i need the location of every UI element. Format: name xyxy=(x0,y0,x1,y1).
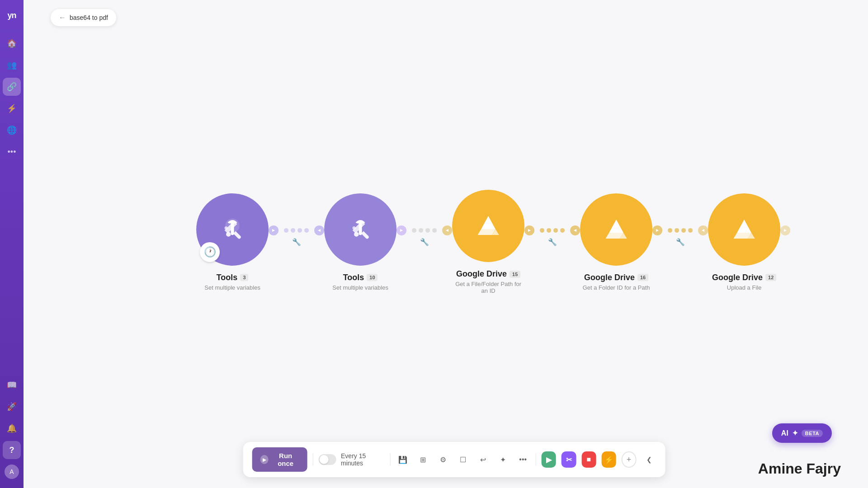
dot xyxy=(540,228,544,232)
node-title-text-3: Google Drive xyxy=(456,269,507,279)
connector-arrow-left-2: ◀ xyxy=(442,225,452,235)
collapse-button[interactable]: ❮ xyxy=(642,451,656,468)
watermark-text: Amine Fajry xyxy=(758,460,841,477)
more-button[interactable]: ••• xyxy=(516,451,530,468)
svg-point-2 xyxy=(225,226,228,229)
stop-icon: ■ xyxy=(586,455,591,464)
green-action-button[interactable]: ▶ xyxy=(542,451,556,468)
watermark: Amine Fajry xyxy=(758,460,841,477)
sidebar-item-docs[interactable]: 📖 xyxy=(3,376,21,394)
connector-arrow-right-1: ▶ xyxy=(269,225,278,235)
sidebar-item-more[interactable]: ••• xyxy=(3,143,21,161)
sidebar-item-global[interactable]: 🌐 xyxy=(3,121,21,139)
dot xyxy=(304,228,309,232)
schedule-toggle[interactable] xyxy=(319,454,336,465)
sidebar-item-deploy[interactable]: 🚀 xyxy=(3,398,21,416)
add-button[interactable]: + xyxy=(622,451,637,468)
node-badge-1: 3 xyxy=(240,274,248,281)
more-icon: ••• xyxy=(519,455,527,464)
dot xyxy=(412,228,416,232)
connector-2: ▶ ◀ 🔧 xyxy=(396,225,452,235)
node-badge-5: 12 xyxy=(765,274,776,281)
run-once-button[interactable]: ▶ Run once xyxy=(252,447,307,472)
node-title-gdrive-3: Google Drive 12 xyxy=(712,272,776,282)
breadcrumb-title: base64 to pdf xyxy=(70,14,108,21)
node-badge-4: 16 xyxy=(637,274,648,281)
red-action-button[interactable]: ■ xyxy=(581,451,596,468)
undo-button[interactable]: ↩ xyxy=(476,451,490,468)
sidebar-item-help[interactable]: ? xyxy=(3,441,21,459)
node-title-text-5: Google Drive xyxy=(712,272,763,282)
dot xyxy=(432,228,437,232)
node-title-text-2: Tools xyxy=(343,272,364,282)
back-arrow-icon: ← xyxy=(59,14,66,22)
connector-3-inner: ▶ ◀ xyxy=(524,225,580,235)
dot xyxy=(675,228,679,232)
connector-1: ▶ ◀ 🔧 xyxy=(269,225,324,235)
sidebar-item-notifications[interactable]: 🔔 xyxy=(3,419,21,437)
settings-icon: ⚙ xyxy=(440,455,446,464)
module-button[interactable]: ⊞ xyxy=(415,451,430,468)
node-title-gdrive-2: Google Drive 16 xyxy=(583,272,650,282)
connector-arrow-left-3: ◀ xyxy=(570,225,580,235)
breadcrumb[interactable]: ← base64 to pdf xyxy=(51,9,116,26)
breadcrumb-pill[interactable]: ← base64 to pdf xyxy=(51,9,116,26)
connector-arrow-right-5: ▶ xyxy=(780,225,790,235)
ai-sparks-icon: ✦ xyxy=(792,429,798,437)
dot xyxy=(547,228,551,232)
sidebar-item-profile[interactable]: A xyxy=(3,463,21,481)
node-gdrive-3[interactable]: Google Drive 12 Upload a File xyxy=(708,193,780,291)
node-title-text-1: Tools xyxy=(217,272,238,282)
lightning-icon: ⚡ xyxy=(604,455,613,464)
node-label-tools-2: Tools 10 Set multiple variables xyxy=(332,272,388,291)
settings-button[interactable]: ⚙ xyxy=(436,451,450,468)
play-icon: ▶ xyxy=(260,455,269,464)
node-badge-3: 15 xyxy=(509,270,520,277)
sidebar-item-connections[interactable]: 🔗 xyxy=(3,78,21,96)
dot xyxy=(291,228,295,232)
node-subtitle-4: Get a Folder ID for a Path xyxy=(583,284,650,291)
dot xyxy=(553,228,558,232)
connector-arrow-left-4: ◀ xyxy=(698,225,708,235)
gdrive-icon-2 xyxy=(600,213,632,245)
connector-5: ▶ xyxy=(780,225,790,235)
purple-action-button[interactable]: ✂ xyxy=(561,451,576,468)
gdrive-icon-3 xyxy=(728,213,760,245)
bottom-toolbar: ▶ Run once Every 15 minutes 💾 ⊞ ⚙ ☐ ↩ xyxy=(243,442,665,477)
schedule-label: Every 15 minutes xyxy=(341,452,384,467)
ai-label: AI xyxy=(781,429,788,437)
node-subtitle-5: Upload a File xyxy=(712,284,776,291)
connector-arrow-right-3: ▶ xyxy=(524,225,534,235)
run-once-label: Run once xyxy=(272,452,299,467)
node-circle-gdrive-3 xyxy=(708,193,780,265)
connector-arrow-right-4: ▶ xyxy=(652,225,662,235)
dots-2 xyxy=(408,228,440,232)
connector-3: ▶ ◀ 🔧 xyxy=(524,225,580,235)
sidebar-item-team[interactable]: 👥 xyxy=(3,56,21,74)
toolbar-divider-1 xyxy=(313,453,313,466)
dot xyxy=(688,228,693,232)
gdrive-icon-1 xyxy=(472,210,504,242)
sidebar-logo: yn xyxy=(4,7,20,23)
save-button[interactable]: 💾 xyxy=(396,451,410,468)
schedule-toggle-container: Every 15 minutes xyxy=(319,452,384,467)
workflow-container: 🕐 Tools 3 Set multiple variables ▶ xyxy=(196,190,790,294)
magic-button[interactable]: ✦ xyxy=(495,451,510,468)
ai-button[interactable]: AI ✦ BETA xyxy=(772,423,832,443)
notes-button[interactable]: ☐ xyxy=(456,451,470,468)
wrench-icon-2: 🔧 xyxy=(420,237,429,246)
dot xyxy=(668,228,672,232)
collapse-icon: ❮ xyxy=(646,456,652,463)
node-tools-1[interactable]: 🕐 Tools 3 Set multiple variables xyxy=(196,193,269,291)
orange-action-button[interactable]: ⚡ xyxy=(601,451,616,468)
sidebar-item-automations[interactable]: ⚡ xyxy=(3,99,21,117)
wrench-icon-4: 🔧 xyxy=(676,237,685,246)
node-circle-gdrive-2 xyxy=(580,193,652,265)
toggle-knob xyxy=(320,455,329,464)
node-tools-2[interactable]: Tools 10 Set multiple variables xyxy=(324,193,396,291)
node-subtitle-1: Set multiple variables xyxy=(204,284,260,291)
node-gdrive-2[interactable]: Google Drive 16 Get a Folder ID for a Pa… xyxy=(580,193,652,291)
node-gdrive-1[interactable]: Google Drive 15 Get a File/Folder Path f… xyxy=(452,190,524,294)
node-label-gdrive-3: Google Drive 12 Upload a File xyxy=(712,272,776,291)
sidebar-item-home[interactable]: 🏠 xyxy=(3,34,21,52)
